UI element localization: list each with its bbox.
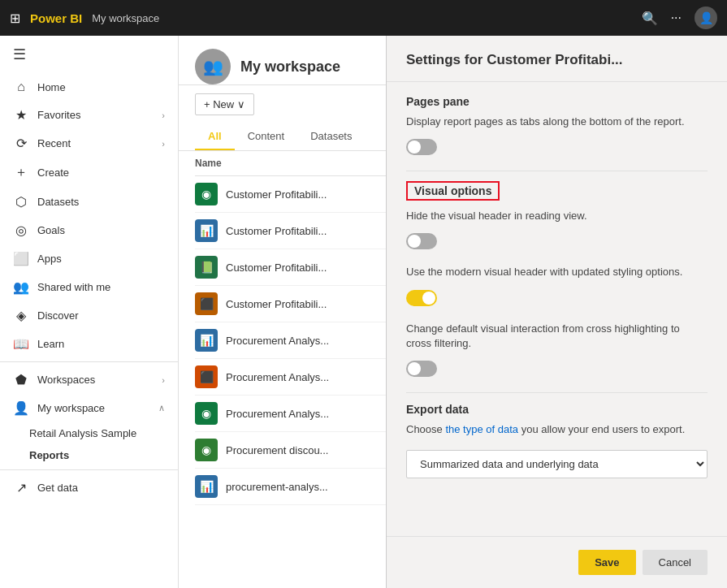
topbar-icons: 🔍 ··· 👤 (642, 6, 717, 29)
sidebar-item-my-workspace[interactable]: 👤 My workspace ∧ (0, 394, 178, 422)
sidebar-item-shared[interactable]: 👥 Shared with me (0, 273, 178, 301)
search-icon[interactable]: 🔍 (642, 11, 658, 26)
sidebar-item-goals[interactable]: ◎ Goals (0, 216, 178, 244)
reports-label: Reports (29, 449, 69, 461)
toggle-track (406, 233, 437, 249)
cross-filter-toggle-container: Change default visual interaction from c… (406, 322, 708, 379)
sidebar-item-label: Workspaces (37, 374, 154, 386)
separator (406, 392, 708, 393)
divider (0, 469, 178, 470)
main-layout: ☰ ⌂ Home ★ Favorites › ⟳ Recent › ＋ Crea… (0, 36, 727, 588)
chevron-down-icon: ∨ (237, 98, 245, 110)
sidebar-item-label: My workspace (37, 402, 150, 414)
settings-title: Settings for Customer Profitabi... (406, 52, 708, 68)
cancel-button[interactable]: Cancel (643, 550, 708, 575)
avatar[interactable]: 👤 (695, 6, 717, 29)
sidebar-item-recent[interactable]: ⟳ Recent › (0, 129, 178, 158)
divider (0, 361, 178, 362)
sidebar-item-workspaces[interactable]: ⬟ Workspaces › (0, 365, 178, 394)
shared-icon: 👥 (13, 279, 29, 295)
pages-pane-description: Display report pages as tabs along the b… (406, 115, 708, 129)
visual-options-title: Visual options (406, 181, 500, 201)
more-icon[interactable]: ··· (671, 11, 682, 25)
hide-header-toggle[interactable] (406, 233, 437, 249)
modern-header-toggle[interactable] (406, 290, 437, 306)
toggle-track (406, 361, 437, 377)
grid-icon[interactable]: ⊞ (10, 11, 20, 26)
cross-filter-toggle[interactable] (406, 361, 437, 377)
item-icon: ⬛ (195, 292, 218, 315)
item-icon: ⬛ (195, 365, 218, 388)
item-icon: ◉ (195, 183, 218, 205)
apps-icon: ⬜ (13, 251, 29, 266)
export-select[interactable]: Summarized data and underlying data Summ… (406, 450, 708, 478)
toggle-track-on (406, 290, 437, 306)
hide-header-toggle-container: Hide the visual header in reading view. (406, 209, 708, 252)
item-icon: 📊 (195, 219, 218, 242)
sidebar-item-label: Get data (37, 482, 165, 494)
tab-content[interactable]: Content (235, 123, 298, 150)
get-data-icon: ↗ (13, 480, 29, 495)
pages-pane-title: Pages pane (406, 95, 708, 108)
settings-body: Pages pane Display report pages as tabs … (387, 82, 727, 536)
toggle-track (406, 139, 437, 155)
toggle-knob (408, 362, 421, 375)
toggle-knob (408, 235, 421, 248)
new-button[interactable]: + New ∨ (195, 93, 254, 115)
sidebar-item-apps[interactable]: ⬜ Apps (0, 244, 178, 273)
pages-pane-toggle-container: Display report pages as tabs along the b… (406, 115, 708, 158)
item-icon: 📊 (195, 475, 218, 498)
datasets-icon: ⬡ (13, 194, 29, 210)
workspace-title: My workspace (240, 58, 340, 76)
tab-all[interactable]: All (195, 123, 235, 150)
toggle-knob (422, 292, 435, 305)
sidebar-item-label: Apps (37, 253, 165, 265)
discover-icon: ◈ (13, 308, 29, 323)
sidebar-item-label: Favorites (37, 109, 154, 121)
sidebar-item-get-data[interactable]: ↗ Get data (0, 473, 178, 502)
chevron-up-icon: ∧ (158, 403, 165, 413)
chevron-right-icon: › (162, 375, 165, 385)
tab-datasets[interactable]: Datasets (297, 123, 365, 150)
sidebar-item-label: Discover (37, 309, 165, 322)
goals-icon: ◎ (13, 223, 29, 238)
sidebar-sub-reports[interactable]: Reports (0, 444, 178, 466)
export-link[interactable]: the type of data (445, 423, 518, 435)
item-icon: 📊 (195, 329, 218, 352)
recent-icon: ⟳ (13, 136, 29, 151)
sidebar-item-label: Datasets (37, 196, 165, 208)
settings-panel: Settings for Customer Profitabi... Pages… (386, 36, 727, 588)
create-icon: ＋ (13, 164, 29, 181)
sidebar-item-label: Home (37, 81, 165, 93)
sidebar-item-discover[interactable]: ◈ Discover (0, 301, 178, 330)
sidebar-item-learn[interactable]: 📖 Learn (0, 330, 178, 358)
sidebar-item-favorites[interactable]: ★ Favorites › (0, 101, 178, 129)
item-icon: ◉ (195, 402, 218, 425)
workspace-avatar: 👥 (195, 49, 231, 84)
sidebar-sub-retail-analysis[interactable]: Retail Analysis Sample (0, 422, 178, 444)
separator (406, 171, 708, 171)
my-workspace-icon: 👤 (13, 400, 29, 416)
hide-header-description: Hide the visual header in reading view. (406, 209, 708, 223)
modern-header-description: Use the modern visual header with update… (406, 265, 708, 279)
sidebar-item-create[interactable]: ＋ Create (0, 158, 178, 188)
sidebar-item-home[interactable]: ⌂ Home (0, 73, 178, 101)
sidebar-item-label: Create (37, 166, 165, 179)
sidebar-toggle[interactable]: ☰ (0, 36, 178, 73)
learn-icon: 📖 (13, 336, 29, 352)
item-icon: ◉ (195, 439, 218, 461)
sidebar-item-datasets[interactable]: ⬡ Datasets (0, 188, 178, 216)
sidebar-item-label: Learn (37, 338, 165, 350)
chevron-right-icon: › (162, 139, 165, 149)
item-icon: 📗 (195, 256, 218, 279)
home-icon: ⌂ (13, 80, 29, 94)
modern-header-toggle-container: Use the modern visual header with update… (406, 265, 708, 308)
toggle-knob (408, 141, 421, 153)
settings-header: Settings for Customer Profitabi... (387, 36, 727, 82)
sidebar-item-label: Shared with me (37, 281, 165, 293)
cross-filter-description: Change default visual interaction from c… (406, 322, 708, 351)
star-icon: ★ (13, 107, 29, 123)
save-button[interactable]: Save (578, 550, 635, 575)
pages-pane-toggle[interactable] (406, 139, 437, 155)
settings-footer: Save Cancel (387, 536, 727, 588)
